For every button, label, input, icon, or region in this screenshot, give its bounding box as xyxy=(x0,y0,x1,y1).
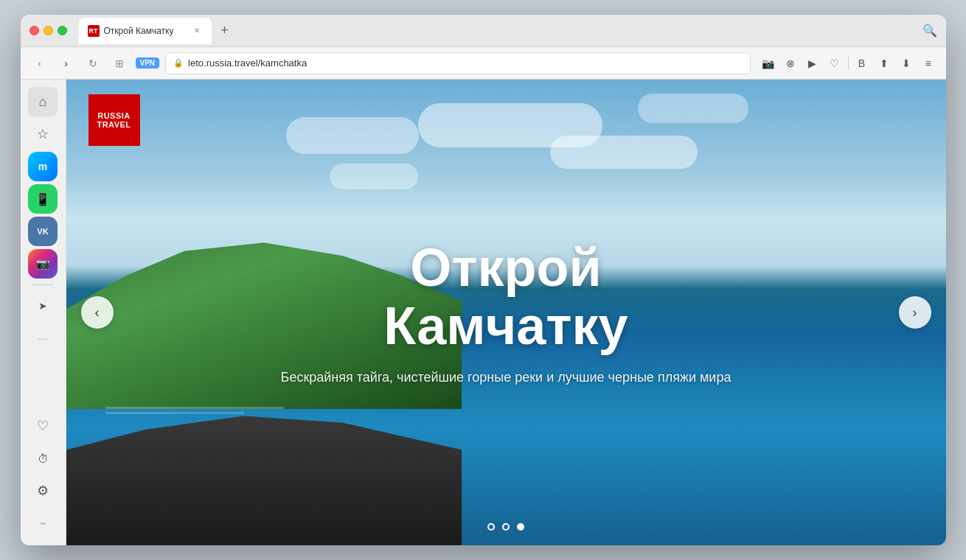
bookmark-icon[interactable]: B xyxy=(853,55,871,72)
camera-icon[interactable]: 📷 xyxy=(760,55,777,72)
site-logo[interactable]: RUSSIA TRAVEL xyxy=(88,94,140,146)
hero-content: Открой Камчатку Бескрайняя тайга, чистей… xyxy=(154,239,858,385)
sidebar-item-likes[interactable]: ♡ xyxy=(28,411,58,441)
logo-line2: TRAVEL xyxy=(97,120,131,129)
cloud-3 xyxy=(550,136,698,169)
url-text: leto.russia.travel/kamchatka xyxy=(188,57,307,69)
cloud-5 xyxy=(330,164,418,189)
sidebar-item-history[interactable]: ⏱ xyxy=(28,444,58,473)
next-slide-button[interactable]: › xyxy=(899,296,931,329)
address-bar: ‹ › ↻ ⊞ VPN 🔒 leto.russia.travel/kamchat… xyxy=(21,47,946,80)
new-tab-button[interactable]: + xyxy=(215,21,235,41)
download-icon[interactable]: ⬇ xyxy=(897,55,915,72)
logo-line1: RUSSIA xyxy=(97,111,131,120)
sidebar-item-send[interactable]: ➤ xyxy=(28,291,58,321)
block-icon[interactable]: ⊗ xyxy=(782,55,799,72)
dark-beach xyxy=(66,409,462,545)
sidebar-divider xyxy=(32,284,54,285)
sidebar-item-more[interactable]: ··· xyxy=(28,508,58,538)
slide-dot-2[interactable] xyxy=(502,523,510,531)
wave-2 xyxy=(105,412,244,414)
sidebar-item-instagram[interactable]: 📷 xyxy=(28,249,58,279)
waves xyxy=(105,407,303,418)
forward-button[interactable]: › xyxy=(56,53,77,74)
hero-title: Открой Камчатку xyxy=(154,239,858,355)
tab-favicon: RT xyxy=(88,25,100,37)
grid-view-button[interactable]: ⊞ xyxy=(109,53,130,74)
sidebar-item-favorites[interactable]: ☆ xyxy=(28,119,58,149)
prev-slide-button[interactable]: ‹ xyxy=(81,296,114,329)
traffic-lights xyxy=(29,26,67,35)
title-bar: RT Открой Камчатку ✕ + 🔍 xyxy=(21,15,946,47)
maximize-button[interactable] xyxy=(58,26,67,35)
lock-icon: 🔒 xyxy=(173,58,184,68)
slide-dots xyxy=(487,523,524,531)
sidebar-item-messenger[interactable]: m xyxy=(28,152,58,181)
sidebar-item-divider2: — xyxy=(28,323,58,353)
toolbar-icons: 📷 ⊗ ▶ ♡ B ⬆ ⬇ ≡ xyxy=(760,55,937,72)
menu-icon[interactable]: ≡ xyxy=(920,55,937,72)
reload-button[interactable]: ↻ xyxy=(83,53,103,74)
sidebar-item-vk[interactable]: VK xyxy=(28,217,58,246)
sidebar: ⌂ ☆ m 📱 VK 📷 ➤ — ♡ ⏱ ⚙ ··· xyxy=(21,80,66,545)
slide-dot-1[interactable] xyxy=(487,523,495,531)
browser-window: RT Открой Камчатку ✕ + 🔍 ‹ › ↻ ⊞ VPN 🔒 l… xyxy=(21,15,946,545)
active-tab[interactable]: RT Открой Камчатку ✕ xyxy=(79,18,212,44)
vpn-badge[interactable]: VPN xyxy=(136,57,160,69)
content-area: ⌂ ☆ m 📱 VK 📷 ➤ — ♡ ⏱ ⚙ ··· xyxy=(21,80,946,545)
url-bar[interactable]: 🔒 leto.russia.travel/kamchatka xyxy=(165,52,750,74)
back-button[interactable]: ‹ xyxy=(29,53,50,74)
close-button[interactable] xyxy=(29,26,39,35)
share-icon[interactable]: ⬆ xyxy=(875,55,893,72)
play-icon[interactable]: ▶ xyxy=(804,55,821,72)
wave-1 xyxy=(105,407,284,409)
tab-close-button[interactable]: ✕ xyxy=(191,25,203,37)
toolbar-divider xyxy=(848,57,849,70)
hero-subtitle: Бескрайняя тайга, чистейшие горные реки … xyxy=(154,371,858,386)
tab-title: Открой Камчатку xyxy=(104,26,174,36)
cloud-1 xyxy=(286,117,419,154)
heart-icon[interactable]: ♡ xyxy=(826,55,844,72)
sidebar-item-settings[interactable]: ⚙ xyxy=(28,476,58,505)
cloud-4 xyxy=(638,94,748,123)
sidebar-item-home[interactable]: ⌂ xyxy=(28,87,58,116)
sidebar-item-whatsapp[interactable]: 📱 xyxy=(28,184,58,214)
minimize-button[interactable] xyxy=(44,26,53,35)
webpage: RUSSIA TRAVEL Открой Камчатку Бескрайняя… xyxy=(66,80,946,545)
tab-bar: RT Открой Камчатку ✕ + xyxy=(79,18,917,44)
title-bar-search-icon[interactable]: 🔍 xyxy=(922,24,937,38)
slide-dot-3[interactable] xyxy=(517,523,524,531)
